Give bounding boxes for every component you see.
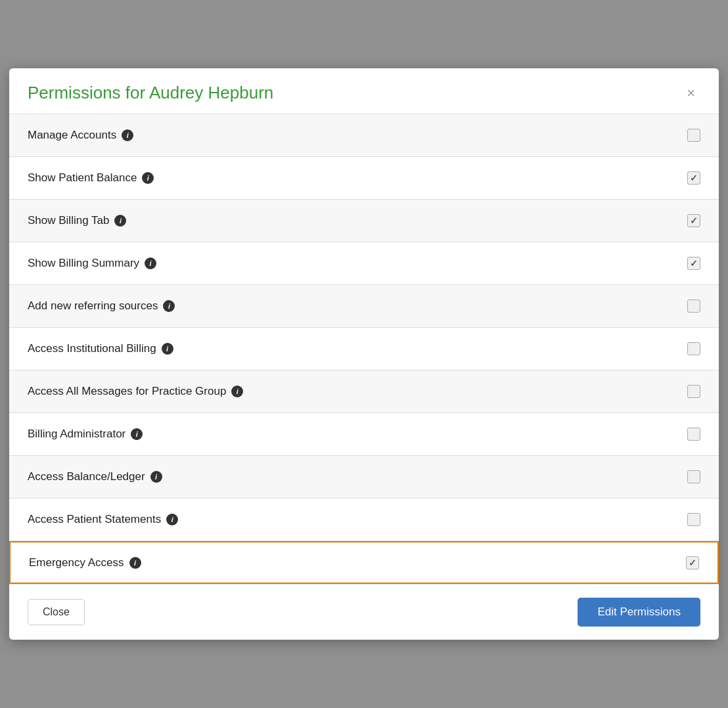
close-button[interactable]: Close xyxy=(28,599,85,625)
permission-row-add-new-referring-sources: Add new referring sourcesi xyxy=(9,285,719,328)
info-icon-access-all-messages[interactable]: i xyxy=(231,386,243,397)
permission-label-add-new-referring-sources: Add new referring sourcesi xyxy=(28,299,175,313)
modal-overlay: Permissions for Audrey Hepburn × Manage … xyxy=(0,0,728,708)
permission-row-show-billing-tab: Show Billing Tabi xyxy=(9,200,719,242)
info-icon-access-patient-statements[interactable]: i xyxy=(166,514,178,525)
checkbox-show-patient-balance[interactable] xyxy=(687,171,700,185)
permission-row-access-patient-statements: Access Patient Statementsi xyxy=(9,498,719,541)
info-icon-show-billing-summary[interactable]: i xyxy=(145,257,156,269)
permission-label-manage-accounts: Manage Accountsi xyxy=(28,129,133,142)
permission-row-show-billing-summary: Show Billing Summaryi xyxy=(9,242,719,285)
modal-footer: Close Edit Permissions xyxy=(9,584,719,640)
info-icon-emergency-access[interactable]: i xyxy=(129,557,141,569)
permission-label-access-balance-ledger: Access Balance/Ledgeri xyxy=(28,470,162,483)
info-icon-show-patient-balance[interactable]: i xyxy=(142,172,154,184)
modal-title: Permissions for Audrey Hepburn xyxy=(28,83,273,103)
permissions-modal: Permissions for Audrey Hepburn × Manage … xyxy=(9,68,719,640)
permission-label-show-patient-balance: Show Patient Balancei xyxy=(28,171,154,185)
permission-row-access-balance-ledger: Access Balance/Ledgeri xyxy=(9,456,719,498)
checkbox-access-institutional-billing[interactable] xyxy=(687,342,700,355)
modal-body-wrapper: Manage AccountsiShow Patient BalanceiSho… xyxy=(9,114,719,584)
permission-label-access-patient-statements: Access Patient Statementsi xyxy=(28,513,178,526)
checkbox-access-all-messages[interactable] xyxy=(687,385,700,398)
permission-label-billing-administrator: Billing Administratori xyxy=(28,428,143,441)
permission-label-access-all-messages: Access All Messages for Practice Groupi xyxy=(28,385,243,398)
checkbox-billing-administrator[interactable] xyxy=(687,428,700,441)
checkbox-show-billing-summary[interactable] xyxy=(687,257,700,270)
info-icon-add-new-referring-sources[interactable]: i xyxy=(163,300,175,312)
checkbox-access-balance-ledger[interactable] xyxy=(687,470,700,483)
checkbox-manage-accounts[interactable] xyxy=(687,129,700,142)
info-icon-billing-administrator[interactable]: i xyxy=(131,428,143,440)
checkbox-show-billing-tab[interactable] xyxy=(687,214,700,227)
info-icon-access-institutional-billing[interactable]: i xyxy=(162,343,173,355)
permission-label-show-billing-tab: Show Billing Tabi xyxy=(28,214,126,227)
permission-label-show-billing-summary: Show Billing Summaryi xyxy=(28,257,156,270)
permission-row-access-institutional-billing: Access Institutional Billingi xyxy=(9,328,719,370)
info-icon-access-balance-ledger[interactable]: i xyxy=(150,471,162,483)
permission-label-access-institutional-billing: Access Institutional Billingi xyxy=(28,342,173,355)
checkbox-access-patient-statements[interactable] xyxy=(687,513,700,526)
permission-row-access-all-messages: Access All Messages for Practice Groupi xyxy=(9,370,719,413)
edit-permissions-button[interactable]: Edit Permissions xyxy=(578,598,700,627)
modal-close-button[interactable]: × xyxy=(681,83,700,103)
permission-row-emergency-access: Emergency Accessi xyxy=(9,541,719,584)
info-icon-manage-accounts[interactable]: i xyxy=(122,129,133,141)
permission-row-manage-accounts: Manage Accountsi xyxy=(9,114,719,157)
permission-row-billing-administrator: Billing Administratori xyxy=(9,413,719,456)
info-icon-show-billing-tab[interactable]: i xyxy=(114,215,126,227)
modal-body: Manage AccountsiShow Patient BalanceiSho… xyxy=(9,114,719,584)
permission-row-show-patient-balance: Show Patient Balancei xyxy=(9,157,719,200)
checkbox-add-new-referring-sources[interactable] xyxy=(687,299,700,313)
permission-label-emergency-access: Emergency Accessi xyxy=(29,556,141,569)
checkbox-emergency-access[interactable] xyxy=(686,556,699,569)
modal-header: Permissions for Audrey Hepburn × xyxy=(9,68,719,114)
